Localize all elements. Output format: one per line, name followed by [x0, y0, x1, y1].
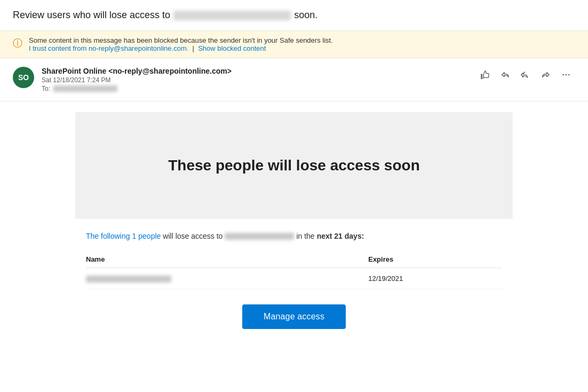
summary-count: 1 — [132, 232, 137, 240]
user-email-blurred — [86, 276, 171, 283]
user-name-cell — [86, 268, 357, 289]
table-row: 12/19/2021 — [86, 268, 502, 289]
more-button[interactable] — [557, 67, 575, 83]
page-title-suffix: soon. — [294, 10, 317, 21]
summary-the: The following — [86, 232, 130, 240]
email-actions — [476, 67, 575, 83]
sender-name: SharePoint Online <no-reply@sharepointon… — [42, 67, 232, 75]
email-header: SO SharePoint Online <no-reply@sharepoin… — [0, 58, 588, 101]
trust-link[interactable]: I trust content from no-reply@sharepoint… — [29, 44, 188, 52]
to-label: To: — [42, 85, 50, 92]
expires-cell: 12/19/2021 — [357, 268, 502, 289]
svg-point-2 — [568, 74, 570, 76]
email-body: These people will lose access soon The f… — [0, 101, 588, 345]
btn-row: Manage access — [86, 304, 502, 329]
show-blocked-link[interactable]: Show blocked content — [198, 44, 266, 52]
email-container: Review users who will lose access to soo… — [0, 0, 588, 392]
hero-banner: These people will lose access soon — [75, 112, 513, 219]
warning-text: Some content in this message has been bl… — [29, 36, 333, 52]
manage-access-button[interactable]: Manage access — [242, 304, 346, 329]
like-button[interactable] — [476, 67, 494, 83]
col-header-expires: Expires — [357, 251, 502, 268]
warning-message: Some content in this message has been bl… — [29, 36, 333, 44]
access-table: Name Expires 12/19/2021 — [86, 251, 502, 289]
svg-point-1 — [566, 74, 567, 76]
summary-in-the: in the — [296, 232, 314, 240]
resource-name-blurred — [225, 233, 294, 240]
summary-days: next 21 days: — [317, 232, 364, 240]
sender-row: SO SharePoint Online <no-reply@sharepoin… — [13, 67, 232, 92]
page-title-prefix: Review users who will lose access to — [13, 10, 170, 21]
summary-people: people — [138, 232, 161, 240]
col-header-name: Name — [86, 251, 357, 268]
page-title-bar: Review users who will lose access to soo… — [0, 0, 588, 31]
forward-button[interactable] — [537, 67, 555, 83]
warning-icon: ⓘ — [13, 37, 22, 50]
sender-to: To: — [42, 85, 232, 92]
hero-title: These people will lose access soon — [168, 157, 420, 174]
avatar: SO — [13, 67, 34, 88]
page-title-blurred — [173, 11, 291, 20]
recipient-blurred — [53, 85, 117, 92]
content-area: The following 1 people will lose access … — [75, 232, 513, 329]
sender-info: SharePoint Online <no-reply@sharepointon… — [42, 67, 232, 92]
summary-will-lose: will lose access to — [163, 232, 223, 240]
reply-all-button[interactable] — [517, 67, 535, 83]
svg-point-0 — [562, 74, 564, 76]
summary-line: The following 1 people will lose access … — [86, 232, 502, 240]
sender-date: Sat 12/18/2021 7:24 PM — [42, 76, 232, 84]
warning-bar: ⓘ Some content in this message has been … — [0, 31, 588, 58]
expires-date: 12/19/2021 — [368, 275, 403, 283]
reply-button[interactable] — [496, 67, 514, 83]
